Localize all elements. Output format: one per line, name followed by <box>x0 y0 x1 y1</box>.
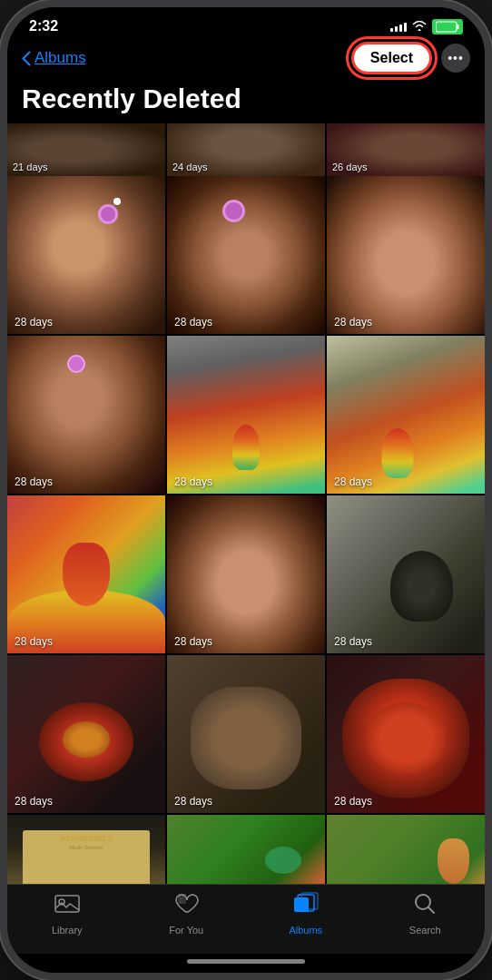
top-photo-3[interactable]: 26 days <box>327 123 485 176</box>
notch <box>173 7 319 33</box>
search-icon <box>413 892 437 921</box>
top-photo-label-1: 21 days <box>13 162 48 172</box>
back-label: Albums <box>34 49 86 67</box>
photo-grid-container[interactable]: 21 days 24 days 26 days <box>7 123 485 884</box>
book-subtitle: Rudy Simone <box>26 845 146 851</box>
photo-cell[interactable]: 29 days <box>167 815 325 884</box>
photo-label: 28 days <box>15 475 53 488</box>
home-indicator <box>7 954 485 973</box>
photo-label: 28 days <box>174 475 212 488</box>
select-button[interactable]: Select <box>351 42 432 74</box>
photo-cell[interactable]: 29 days <box>327 815 485 884</box>
svg-rect-2 <box>438 23 455 30</box>
photo-cell[interactable]: Aspergirls Rudy Simone Chapter 26 28 day… <box>7 815 165 884</box>
more-icon: ••• <box>448 51 464 65</box>
tab-albums[interactable]: Albums <box>279 892 333 936</box>
tab-for-you-label: For You <box>169 925 203 936</box>
more-button[interactable]: ••• <box>441 44 470 73</box>
signal-bar-4 <box>404 23 407 32</box>
nav-actions: Select ••• <box>351 42 470 74</box>
photo-label: 28 days <box>174 795 212 808</box>
photo-label: 28 days <box>174 635 212 648</box>
svg-rect-1 <box>458 24 459 29</box>
photo-label: 28 days <box>334 475 372 488</box>
nav-header: Albums Select ••• <box>7 38 485 82</box>
tab-bar: Library For You <box>7 884 485 954</box>
photo-cell[interactable]: 28 days <box>7 495 165 653</box>
status-icons <box>390 19 463 34</box>
home-bar <box>187 959 305 964</box>
photo-cell[interactable]: 28 days <box>167 336 325 494</box>
photo-cell[interactable]: 28 days <box>167 655 325 813</box>
tab-for-you[interactable]: For You <box>159 892 213 936</box>
photo-cell[interactable]: 28 days <box>167 495 325 653</box>
top-photo-1[interactable]: 21 days <box>7 123 165 176</box>
tab-albums-label: Albums <box>289 925 322 936</box>
photo-label: 28 days <box>334 316 372 328</box>
photo-label: 28 days <box>15 316 53 328</box>
photo-label: 28 days <box>334 635 372 648</box>
photo-label: 28 days <box>15 635 53 648</box>
signal-bars <box>390 21 407 32</box>
wifi-icon <box>412 19 427 34</box>
battery-icon <box>432 19 463 34</box>
albums-icon <box>293 892 319 921</box>
tab-library[interactable]: Library <box>40 892 94 936</box>
page-title: Recently Deleted <box>22 83 470 114</box>
photo-cell[interactable]: 28 days <box>327 655 485 813</box>
photo-label: 28 days <box>334 795 372 808</box>
top-photo-label-2: 24 days <box>172 162 208 172</box>
photo-cell[interactable]: 28 days <box>327 495 485 653</box>
photo-cell[interactable]: 28 days <box>167 176 325 334</box>
status-time: 2:32 <box>29 18 58 34</box>
select-button-wrapper: Select <box>351 42 432 74</box>
top-partial-row: 21 days 24 days 26 days <box>7 123 485 176</box>
page-title-section: Recently Deleted <box>7 82 485 123</box>
photo-cell[interactable]: 28 days <box>327 336 485 494</box>
photo-grid: 28 days 28 days 28 days <box>7 176 485 884</box>
book-title: Aspergirls <box>26 834 146 844</box>
tab-search[interactable]: Search <box>398 892 452 936</box>
tab-library-label: Library <box>52 925 83 936</box>
library-icon <box>54 892 80 921</box>
back-button[interactable]: Albums <box>22 49 86 67</box>
top-photo-label-3: 26 days <box>332 162 368 172</box>
phone-frame: 2:32 <box>0 0 492 980</box>
top-photo-2[interactable]: 24 days <box>167 123 325 176</box>
signal-bar-3 <box>399 24 402 32</box>
signal-bar-1 <box>390 28 393 32</box>
photo-cell[interactable]: 28 days <box>7 176 165 334</box>
photo-label: 28 days <box>174 316 212 328</box>
tab-search-label: Search <box>409 925 441 936</box>
signal-bar-2 <box>395 26 398 32</box>
phone-screen: 2:32 <box>7 7 485 973</box>
for-you-icon <box>173 892 199 921</box>
photo-cell[interactable]: 28 days <box>7 655 165 813</box>
photo-label: 28 days <box>15 795 53 808</box>
svg-rect-5 <box>178 894 186 904</box>
photo-cell[interactable]: 28 days <box>327 176 485 334</box>
photo-cell[interactable]: 28 days <box>7 336 165 494</box>
